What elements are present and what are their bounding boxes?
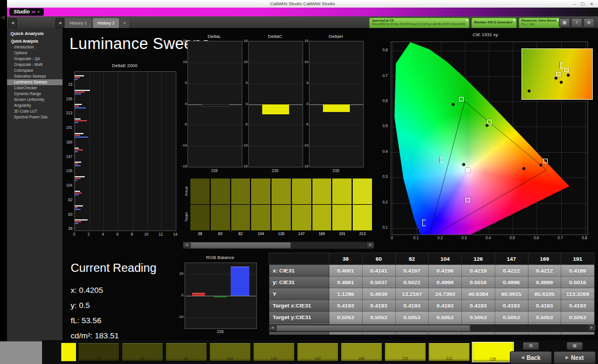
sidebar-item-luminance-sweeps[interactable]: Luminance Sweeps	[7, 79, 62, 85]
delta-l-chart: DeltaL 151050-5-10-15 235	[180, 34, 242, 178]
sidebar-item-grayscale-2pt[interactable]: Grayscale - 2pt	[7, 56, 62, 62]
level-swatch-82[interactable]: 82	[165, 342, 207, 362]
scroll-right-icon[interactable]: ▶	[589, 325, 595, 330]
delta-h-x-label: 235	[309, 169, 363, 173]
back-button[interactable]: ◀ Back	[510, 351, 552, 364]
inset-marker-dot	[528, 90, 531, 93]
help-button[interactable]: ?	[571, 18, 582, 27]
level-swatch-191[interactable]: 191	[384, 342, 426, 362]
table-header-cell: 126	[462, 253, 495, 265]
table-row: Target x:CIE310.41930.41930.41930.41930.…	[269, 300, 594, 312]
maximize-icon[interactable]: ▢	[581, 0, 585, 8]
sidebar-item-3d-cube-lut[interactable]: 3D Cube LUT	[7, 108, 62, 114]
sidebar-item-saturation-sweeps[interactable]: Saturation Sweeps	[7, 74, 62, 79]
sweep-swatch-191[interactable]: 191	[332, 178, 352, 237]
app-logo-menu[interactable]: Studio ∞ ▼	[9, 8, 44, 16]
level-swatch-147[interactable]: 147	[297, 342, 339, 362]
sidebar-item-colorchecker[interactable]: ColorChecker	[7, 85, 62, 91]
workspace-button[interactable]: ▦	[559, 18, 570, 27]
sweep-swatch-147[interactable]: 147	[292, 178, 311, 237]
table-cell: 0.4141	[362, 265, 395, 276]
scroll-right-icon[interactable]: ▶	[367, 242, 374, 247]
level-swatch-213[interactable]: 213	[428, 342, 470, 362]
scroll-left-icon[interactable]: ◀	[269, 325, 276, 330]
sweep-swatch-126[interactable]: 126	[272, 178, 291, 237]
level-swatch-126[interactable]: 126	[253, 342, 295, 362]
back-arrow-icon: ◀	[521, 355, 524, 360]
sidebar-collapse-button[interactable]: ◀	[8, 18, 17, 28]
sidebar-item-dynamic-range[interactable]: Dynamic Range	[7, 91, 62, 97]
aux-button-a[interactable]: ▤	[523, 342, 539, 350]
sweep-swatch-213[interactable]: 213	[353, 178, 372, 237]
inset-marker-bracket	[560, 62, 564, 69]
next-button[interactable]: ▶ Next	[554, 351, 596, 364]
level-swatch-235[interactable]: 235	[472, 342, 514, 362]
gear-icon: ⚙	[587, 20, 590, 24]
cie-marker-bracket	[422, 219, 426, 226]
sidebar-header: Quick Analysis	[7, 28, 62, 38]
level-swatch-label: 82	[166, 356, 207, 360]
level-swatch-label: 169	[341, 356, 382, 360]
results-table: 386082104126147169191x: CIE310.40010.414…	[269, 253, 594, 335]
meter-device-button[interactable]: SpectraCal C6 Pana DI950 for 4K Rec.709 …	[369, 18, 470, 29]
cie-marker-square	[543, 159, 548, 163]
tab-history-1[interactable]: History 1	[65, 18, 92, 28]
next-label: Next	[571, 355, 584, 361]
navigation-buttons: ▤ ◀ Back ▦ ▶ Next	[510, 342, 596, 364]
sidebar-item-screen-uniformity[interactable]: Screen Uniformity	[7, 97, 62, 103]
sweep-swatch-82[interactable]: 82	[231, 178, 251, 237]
level-swatch-row: 386082104126147169191213235	[78, 342, 514, 362]
sidebar-item-introduction[interactable]: Introduction	[7, 44, 62, 50]
settings-button[interactable]: ⚙	[583, 18, 594, 27]
sidebar-item-spectral-power-dist-[interactable]: Spectral Power Dist.	[7, 114, 62, 120]
sidebar-list: Quick AnalysisIntroductionOptionsGraysca…	[7, 38, 62, 120]
scrollbar-thumb[interactable]	[276, 325, 470, 331]
aux-button-b[interactable]: ▦	[566, 342, 583, 350]
generator-device-button[interactable]: Murideo SIX-G Generator	[471, 18, 517, 29]
sweep-swatch-60[interactable]: 60	[211, 178, 230, 237]
add-tab-button[interactable]: +	[120, 18, 128, 28]
sweep-swatch-104[interactable]: 104	[251, 178, 270, 237]
scrollbar-thumb[interactable]	[190, 242, 291, 249]
level-swatch-label: 213	[429, 356, 470, 360]
tab-scroll-left-button[interactable]: ◀	[55, 18, 64, 28]
cie-marker-square	[487, 120, 492, 124]
level-swatch-169[interactable]: 169	[340, 342, 383, 362]
next-arrow-icon: ▶	[565, 355, 568, 360]
sidebar-item-angularity[interactable]: Angularity	[7, 103, 62, 108]
sweep-swatch-38[interactable]: 38	[190, 178, 210, 237]
target-swatch	[211, 205, 230, 230]
chevron-left-icon: ◀	[58, 21, 61, 24]
sidebar-item-grayscale-multi[interactable]: Grayscale - Multi	[7, 62, 62, 68]
panel-left-icon[interactable]: ◁	[1, 15, 4, 20]
level-swatch-60[interactable]: 60	[121, 342, 164, 362]
chevron-left-icon: ◀	[11, 21, 14, 24]
table-cell: 0.5053	[462, 312, 495, 323]
swatch-label: 191	[332, 232, 352, 236]
table-scrollbar[interactable]: ◀ ▶	[269, 324, 596, 332]
minimize-icon[interactable]: –	[573, 0, 576, 8]
table-cell: 0.4193	[462, 300, 495, 312]
table-cell: 0.4193	[561, 300, 594, 312]
display-device-button[interactable]: Panasonic Viera Series Pro 1 - Day	[519, 18, 561, 29]
sweep-swatch-columns: 386082104126147169191213	[190, 178, 372, 237]
level-swatch-38[interactable]: 38	[78, 342, 120, 362]
rgb-bar-green	[214, 296, 227, 298]
target-swatch	[292, 205, 311, 230]
scroll-left-icon[interactable]: ◀	[183, 242, 190, 247]
table-cell: 0.4167	[395, 265, 429, 276]
sweep-strip-scrollbar[interactable]: ◀ ▶	[183, 242, 374, 249]
level-swatch-104[interactable]: 104	[209, 342, 251, 362]
level-swatch-label: 126	[253, 356, 294, 360]
sidebar-item-options[interactable]: Options	[7, 50, 62, 56]
sidebar-item-quick-analysis[interactable]: Quick Analysis	[7, 38, 62, 44]
table-cell: 0.4999	[528, 276, 561, 288]
table-cell: 60.0915	[495, 288, 528, 300]
table-cell: 0.4999	[429, 276, 462, 288]
close-icon[interactable]: ✕	[590, 0, 593, 8]
tab-history-2[interactable]: History 2	[93, 18, 120, 28]
help-icon: ?	[576, 20, 578, 24]
inset-marker-square	[556, 72, 561, 76]
sweep-swatch-169[interactable]: 169	[312, 178, 332, 237]
sidebar-item-colorspace[interactable]: Colorspace	[7, 68, 62, 74]
